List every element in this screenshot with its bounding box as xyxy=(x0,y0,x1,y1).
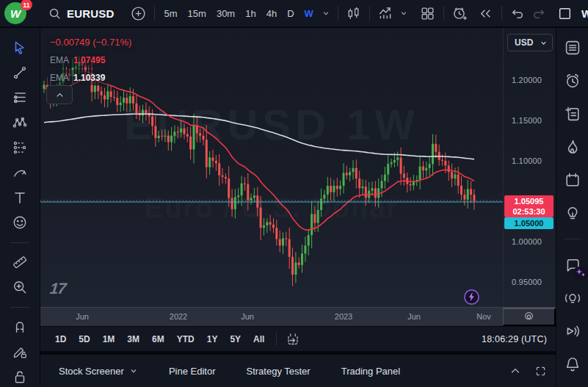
price-axis[interactable]: USD 1.200001.150001.100001.000000.95000 … xyxy=(503,28,556,307)
interval-1h[interactable]: 1h xyxy=(240,4,261,23)
symbol-search-button[interactable]: EURUSD xyxy=(41,1,120,25)
chart-pane[interactable]: EURUSD 1W Euro / U.S. Dollar −0.00749 (−… xyxy=(40,28,503,307)
interval-5m[interactable]: 5m xyxy=(159,4,183,23)
hotlist-flame-icon[interactable] xyxy=(562,136,584,158)
range-All[interactable]: All xyxy=(247,330,270,348)
interval-chevron-down-icon[interactable] xyxy=(319,4,333,23)
chart-style-chevron-down-icon[interactable] xyxy=(396,4,411,23)
divider xyxy=(10,307,29,308)
top-toolbar: W 11 EURUSD 5m15m30m1h4hDW xyxy=(0,0,588,28)
notes-icon[interactable] xyxy=(562,103,584,125)
drawing-toolbar xyxy=(0,28,40,387)
undo-icon[interactable] xyxy=(507,3,529,23)
time-tick: 2022 xyxy=(170,308,187,326)
notifications-bell-icon[interactable] xyxy=(562,353,584,375)
range-buttons: 1D5D1M3M6MYTD1Y5YAll xyxy=(49,330,270,348)
magnet-icon[interactable] xyxy=(7,317,32,337)
time-axis[interactable]: Jun2022Jun2023JunNov xyxy=(40,307,556,326)
lightning-icon[interactable] xyxy=(463,289,480,305)
range-1D[interactable]: 1D xyxy=(49,330,72,348)
chevron-down-icon xyxy=(540,39,548,47)
text-icon[interactable] xyxy=(7,187,32,207)
panel-item-strategy-tester[interactable]: Strategy Tester xyxy=(231,355,325,387)
ruler-icon[interactable] xyxy=(7,253,32,272)
collapse-chevron-icon[interactable] xyxy=(46,85,73,104)
projection-icon[interactable] xyxy=(7,137,32,157)
ai-sparkles-icon xyxy=(573,267,588,280)
panel-chevron-up-icon[interactable] xyxy=(503,358,528,383)
range-6M[interactable]: 6M xyxy=(146,330,170,348)
cursor-icon[interactable] xyxy=(7,37,32,57)
ema-slow-value: 1.10339 xyxy=(73,73,105,83)
ema-fast-value: 1.07495 xyxy=(73,55,105,65)
zoom-in-icon[interactable] xyxy=(7,278,32,297)
range-YTD[interactable]: YTD xyxy=(171,330,200,348)
broker-logo[interactable]: W 11 xyxy=(4,2,29,24)
divider xyxy=(443,6,444,21)
tradingview-logo[interactable]: 17 xyxy=(49,280,67,297)
ideas-bulb-icon[interactable] xyxy=(562,202,584,224)
ema-slow-row[interactable]: EMA 1.10339 xyxy=(46,70,109,85)
divider xyxy=(10,242,29,243)
live-ideas-icon[interactable] xyxy=(562,287,584,309)
interval-W[interactable]: W xyxy=(300,4,319,23)
currency-select[interactable]: USD xyxy=(507,34,553,51)
range-3M[interactable]: 3M xyxy=(121,330,145,348)
interval-buttons: 5m15m30m1h4hDW xyxy=(159,4,319,23)
search-icon xyxy=(47,3,62,23)
gear-icon[interactable] xyxy=(503,308,556,326)
range-1Y[interactable]: 1Y xyxy=(201,330,224,348)
ema-fast-row[interactable]: EMA 1.07495 xyxy=(46,52,109,68)
interval-30m[interactable]: 30m xyxy=(211,4,240,23)
calendar-icon[interactable] xyxy=(562,169,584,191)
range-1M[interactable]: 1M xyxy=(97,330,121,348)
price-tick: 1.00000 xyxy=(512,237,542,246)
price-change: −0.00749 (−0.71%) xyxy=(50,37,131,48)
layout-grid-icon[interactable] xyxy=(417,3,439,23)
brush-icon[interactable] xyxy=(7,162,32,182)
divider xyxy=(565,239,581,239)
redo-icon[interactable] xyxy=(529,3,551,23)
trend-line-icon[interactable] xyxy=(7,62,32,82)
alert-plus-icon[interactable] xyxy=(449,3,471,23)
range-5D[interactable]: 5D xyxy=(73,330,95,348)
alert-clock-icon[interactable] xyxy=(562,70,584,92)
date-range-toolbar: 1D5D1M3M6MYTD1Y5YAll 18:06:29 (UTC) xyxy=(40,326,556,351)
xabcd-pattern-icon[interactable] xyxy=(7,112,32,132)
panel-item-pine-editor[interactable]: Pine Editor xyxy=(153,355,231,387)
ema-slow-line xyxy=(44,114,474,159)
time-tick: Nov xyxy=(476,308,491,326)
interval-15m[interactable]: 15m xyxy=(183,4,211,23)
interval-D[interactable]: D xyxy=(282,4,299,23)
panel-item-trading-panel[interactable]: Trading Panel xyxy=(326,355,415,387)
time-tick: Jun xyxy=(241,308,254,326)
level-price-badge: 1.05000 xyxy=(504,217,553,229)
compare-plus-icon[interactable] xyxy=(128,3,150,23)
maximize-icon[interactable] xyxy=(528,358,553,383)
chart-legend: −0.00749 (−0.71%) EMA 1.07495 EMA 1.1033… xyxy=(46,35,136,87)
watchlist-icon[interactable] xyxy=(562,37,584,59)
time-tick: Jun xyxy=(407,308,421,326)
time-tick: Jun xyxy=(76,308,89,326)
range-5Y[interactable]: 5Y xyxy=(224,330,247,348)
symbol-name: EURUSD xyxy=(67,7,115,20)
chat-sparkles-icon[interactable] xyxy=(562,254,584,276)
price-tick: 1.10000 xyxy=(512,156,542,165)
emoji-icon[interactable] xyxy=(7,213,32,233)
panel-item-stock-screener[interactable]: Stock Screener xyxy=(43,355,153,387)
fib-retracement-icon[interactable] xyxy=(7,87,32,107)
candles-icon[interactable] xyxy=(343,3,365,23)
fullscreen-square-icon[interactable] xyxy=(553,3,576,23)
indicators-icon[interactable] xyxy=(374,3,396,23)
divider xyxy=(501,6,502,21)
streams-icon[interactable] xyxy=(562,320,584,342)
price-tick: 0.95000 xyxy=(512,278,542,286)
drawing-lock-icon[interactable] xyxy=(7,342,32,362)
interval-4h[interactable]: 4h xyxy=(261,4,282,23)
notification-count-badge: 11 xyxy=(21,0,32,10)
replay-icon[interactable] xyxy=(475,3,497,23)
right-toolbar xyxy=(556,28,588,387)
lock-icon[interactable] xyxy=(7,367,32,387)
goto-date-icon[interactable] xyxy=(283,329,303,350)
session-clock[interactable]: 18:06:29 (UTC) xyxy=(482,334,547,344)
